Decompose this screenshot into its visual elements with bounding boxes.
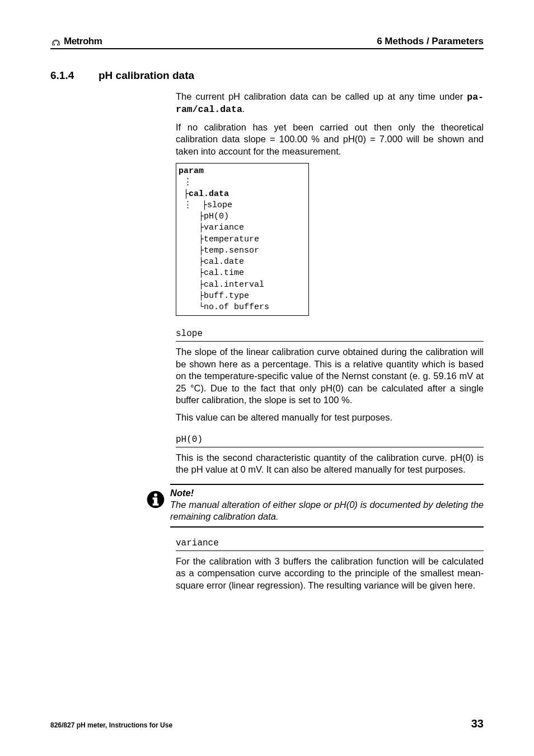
brand-logo: Metrohm (50, 36, 102, 47)
intro-paragraph-2: If no calibration has yet been carried o… (176, 122, 484, 157)
note-body: The manual alteration of either slope or… (170, 499, 484, 523)
svg-point-1 (154, 493, 157, 497)
param-tree: param ⋮ ├cal.data ⋮ ├slope ├pH(0) ├varia… (176, 163, 309, 316)
slope-paragraph-2: This value can be altered manually for t… (176, 412, 484, 423)
omega-icon (50, 38, 62, 45)
section-title: pH calibration data (99, 69, 194, 82)
page-header: Metrohm 6 Methods / Parameters (50, 36, 484, 49)
breadcrumb: 6 Methods / Parameters (377, 36, 484, 47)
section-number: 6.1.4 (50, 69, 99, 82)
svg-rect-4 (153, 503, 159, 506)
ph0-paragraph: This is the second characteristic quanti… (176, 452, 484, 476)
footer-doc-title: 826/827 pH meter, Instructions for Use (50, 721, 172, 729)
page-number: 33 (471, 717, 484, 730)
info-icon (146, 484, 170, 512)
term-variance-heading: variance (176, 538, 484, 551)
brand-name: Metrohm (64, 36, 102, 47)
note-title: Note! (170, 487, 484, 499)
slope-paragraph-1: The slope of the linear calibration curv… (176, 346, 484, 406)
term-slope-heading: slope (176, 328, 484, 342)
note-block: Note! The manual alteration of either sl… (146, 484, 484, 528)
page-footer: 826/827 pH meter, Instructions for Use 3… (50, 717, 484, 730)
intro-paragraph-1: The current pH calibration data can be c… (176, 91, 484, 116)
term-ph0-heading: pH(0) (176, 434, 484, 447)
variance-paragraph: For the calibration with 3 buffers the c… (176, 556, 484, 591)
svg-rect-3 (153, 497, 157, 500)
section-heading: 6.1.4 pH calibration data (50, 69, 484, 82)
